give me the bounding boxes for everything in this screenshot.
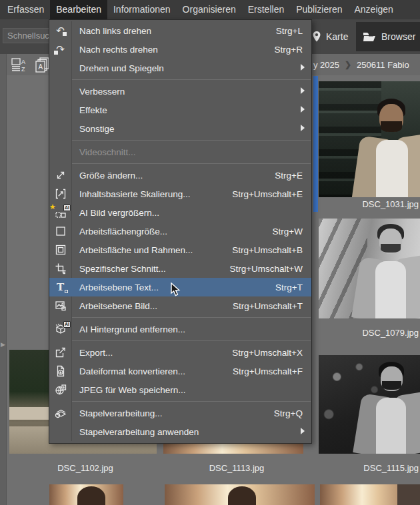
map-pin-icon [312, 31, 321, 43]
menu-item-label: Arbeitsfläche und Rahmen... [71, 245, 232, 255]
menu-item-spezifischer-schnitt[interactable]: Spezifischer Schnitt... Strg+Umschalt+W [49, 259, 311, 278]
ai-badge: AI [63, 205, 71, 211]
menubar: Erfassen Bearbeiten Informationen Organi… [0, 0, 420, 19]
breadcrumb-segment[interactable]: 250611 Fabio [357, 60, 409, 70]
breadcrumb-chevron-icon: ❯ [339, 60, 357, 69]
menu-item-verbessern[interactable]: Verbessern [49, 82, 311, 101]
menu-item-nach-links-drehen[interactable]: ↶ Nach links drehen Strg+L [49, 21, 311, 40]
submenu-arrow-icon [301, 64, 305, 71]
menu-item-shortcut: Strg+Umschalt+X [232, 348, 311, 358]
menubar-item-bearbeiten[interactable]: Bearbeiten [50, 0, 107, 19]
thumbnail-image[interactable] [49, 484, 123, 505]
menu-item-label: Nach links drehen [71, 26, 276, 36]
star-glyph: ★ [49, 203, 56, 211]
svg-text:A: A [39, 63, 43, 71]
breadcrumb-segment[interactable]: y 2025 [313, 60, 339, 70]
folder-image-icon [363, 31, 377, 42]
menu-item-label: Verbessern [71, 87, 311, 97]
menubar-item-publizieren[interactable]: Publizieren [290, 0, 348, 19]
menu-item-effekte[interactable]: Effekte [49, 101, 311, 119]
menu-item-label: Sonstige [71, 124, 311, 134]
tab-label: Browser [381, 31, 415, 42]
submenu-arrow-icon [301, 87, 305, 94]
content-scale-icon [49, 185, 71, 203]
thumbnail-caption[interactable]: DSC_1079.jpg [320, 328, 419, 338]
breadcrumb: y 2025 ❯ 250611 Fabio [313, 54, 409, 75]
jpeg-web-icon [49, 380, 71, 399]
menu-item-jpeg-fuer-web-speichern[interactable]: JPEG für Web speichern... [49, 380, 311, 399]
tab-karte[interactable]: Karte [305, 22, 355, 51]
menu-item-ai-bild-vergroessern[interactable]: ★ AI AI Bild vergrößern... [49, 203, 311, 222]
app-window: DSC_1031.jpg DSC_1079.jpg D [0, 0, 420, 505]
menu-item-label: AI Hintergrund entfernen... [71, 324, 311, 334]
menu-item-shortcut: Strg+Q [274, 408, 311, 418]
menu-item-shortcut: Strg+Umschalt+B [232, 245, 311, 255]
rotate-right-icon: ↷ [49, 40, 71, 59]
thumbnail-image[interactable] [319, 81, 420, 197]
menubar-item-anzeigen[interactable]: Anzeigen [348, 0, 399, 19]
menu-item-label: Größe ändern... [71, 171, 275, 181]
thumbnail-caption[interactable]: DSC_1102.jpg [7, 463, 164, 473]
menubar-item-erfassen[interactable]: Erfassen [1, 0, 50, 19]
menu-item-export[interactable]: Export... Strg+Umschalt+X [49, 343, 311, 362]
menu-item-stapelverarbeitung-anwenden[interactable]: Stapelverarbeitung anwenden [49, 422, 311, 441]
menu-item-stapelverarbeitung[interactable]: Stapelverarbeitung... Strg+Q [49, 404, 311, 422]
portrait-figure [360, 99, 420, 197]
export-icon [49, 343, 71, 362]
menu-item-dateiformat-konvertieren[interactable]: Dateiformat konvertieren... Strg+Umschal… [49, 362, 311, 380]
submenu-arrow-icon [301, 106, 305, 113]
menu-separator [49, 315, 311, 320]
menu-item-groesse-aendern[interactable]: Größe ändern... Strg+E [49, 166, 311, 185]
menu-item-nach-rechts-drehen[interactable]: ↷ Nach rechts drehen Strg+R [49, 40, 311, 59]
thumbnail-image[interactable] [320, 484, 420, 505]
thumbnail-caption[interactable]: DSC_1031.jpg [320, 199, 419, 209]
menu-item-arbeitsflaeche-und-rahmen[interactable]: Arbeitsfläche und Rahmen... Strg+Umschal… [49, 241, 311, 259]
ai-remove-background-icon: AI [49, 320, 71, 338]
panel-expand-arrow-icon[interactable]: ▶ [1, 341, 5, 348]
thumbnail-image[interactable] [319, 355, 420, 454]
menu-item-sonstige[interactable]: Sonstige [49, 119, 311, 138]
thumbnail-image[interactable] [319, 219, 420, 318]
menu-item-shortcut: Strg+Umschalt+E [232, 189, 311, 199]
menu-separator [49, 338, 311, 343]
menu-item-shortcut: Strg+Umschalt+F [233, 366, 311, 376]
text-layer-icon: T [49, 278, 71, 296]
thumbnail-caption[interactable]: DSC_1113.jpg [167, 463, 307, 473]
menu-item-inhaltsbasierte-skalierung[interactable]: Inhaltsbasierte Skalierung... Strg+Umsch… [49, 185, 311, 203]
menu-item-label: Effekte [71, 105, 311, 115]
menu-item-shortcut: Strg+W [273, 227, 311, 237]
sort-az-icon[interactable]: A Z [11, 57, 28, 73]
menubar-item-organisieren[interactable]: Organisieren [177, 0, 242, 19]
menu-separator [49, 138, 311, 143]
tab-label: Karte [326, 31, 348, 42]
menubar-item-erstellen[interactable]: Erstellen [242, 0, 290, 19]
menu-item-ai-hintergrund-entfernen[interactable]: AI AI Hintergrund entfernen... [49, 320, 311, 338]
menu-item-label: Dateiformat konvertieren... [71, 366, 233, 376]
menu-item-label: JPEG für Web speichern... [71, 385, 311, 395]
left-panel-rail[interactable]: ▶ [0, 54, 7, 505]
submenu-arrow-icon [301, 125, 305, 131]
batch-icon [49, 404, 71, 422]
menu-item-label: AI Bild vergrößern... [71, 208, 311, 218]
menu-item-shortcut: Strg+R [275, 45, 311, 55]
image-layer-icon [49, 296, 71, 315]
ai-enlarge-icon: ★ AI [49, 203, 71, 222]
menu-item-label: Nach rechts drehen [71, 45, 275, 55]
menubar-item-informationen[interactable]: Informationen [107, 0, 177, 19]
tab-browser[interactable]: Browser [356, 22, 420, 51]
rotate-left-icon: ↶ [49, 21, 71, 40]
svg-text:A: A [21, 59, 25, 65]
menu-item-arbeitsflaechengroesse[interactable]: Arbeitsflächengröße... Strg+W [49, 222, 311, 241]
thumbnail-image[interactable] [165, 484, 315, 505]
canvas-frame-icon [49, 241, 71, 259]
menu-item-shortcut: Strg+Umschalt+T [233, 301, 311, 311]
portrait-figure [363, 362, 420, 454]
resize-icon [49, 166, 71, 185]
selected-thumbnail-border [313, 76, 318, 212]
menu-item-label: Drehen und Spiegeln [71, 63, 311, 73]
thumbnail-caption[interactable]: DSC_1115.jpg [320, 463, 419, 473]
bearbeiten-dropdown-menu: ↶ Nach links drehen Strg+L ↷ Nach rechts… [49, 19, 312, 444]
menu-separator [49, 399, 311, 404]
menu-item-drehen-und-spiegeln[interactable]: Drehen und Spiegeln [49, 59, 311, 77]
convert-format-icon [49, 362, 71, 380]
